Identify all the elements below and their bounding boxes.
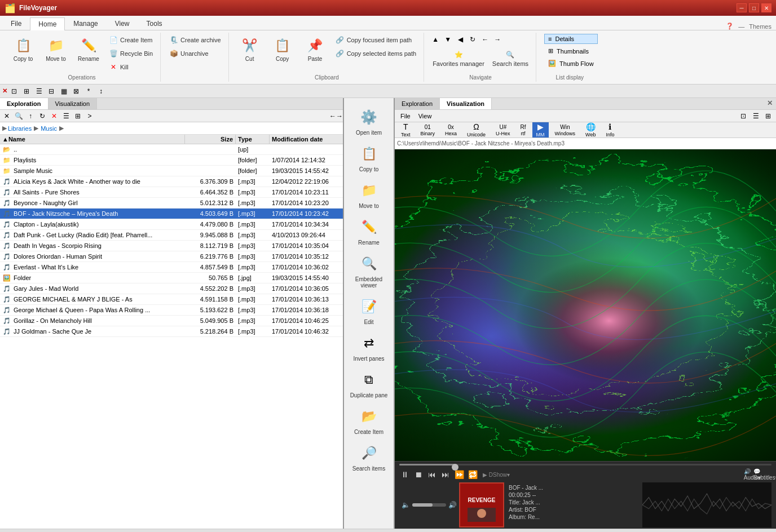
rt-btn1[interactable]: ⊡ — [738, 110, 749, 122]
breadcrumb-music[interactable]: Music — [41, 125, 57, 132]
tb-view1[interactable]: ⊡ — [8, 86, 20, 97]
lp-view1[interactable]: ☰ — [60, 110, 72, 122]
col-header-size[interactable]: Size — [185, 135, 236, 144]
file-row[interactable]: 🎵 George Michael & Queen - Papa Was A Ro… — [0, 305, 343, 316]
file-menu[interactable]: File — [397, 113, 414, 119]
file-row[interactable]: 🎵 Daft Punk - Get Lucky (Radio Edit) [fe… — [0, 230, 343, 241]
help-button[interactable]: ❓ — [726, 23, 734, 30]
rt-btn3[interactable]: ⊞ — [762, 110, 774, 122]
file-row[interactable]: 🎵 ALicia Keys & Jack White - Another way… — [0, 176, 343, 187]
tb-view3[interactable]: ☰ — [33, 86, 45, 97]
file-row[interactable]: 🎵 BOF - Jack Nitzsche – Miryea's Death 4… — [0, 209, 343, 219]
lp-up[interactable]: ↑ — [25, 110, 36, 122]
nav-down-btn[interactable]: ▼ — [442, 34, 453, 45]
tb-view4[interactable]: ⊟ — [46, 86, 57, 97]
unarchive-button[interactable]: 📦 Unarchive — [166, 47, 224, 60]
lp-delete[interactable]: ✕ — [48, 110, 60, 122]
maximize-button[interactable]: □ — [749, 3, 759, 12]
col-header-date[interactable]: Modification date — [270, 135, 343, 144]
view-uhex[interactable]: U# U-Hex — [492, 122, 514, 138]
view-info[interactable]: ℹ Info — [602, 122, 618, 138]
file-row[interactable]: 🖼️ Folder 50.765 B [.jpg] 19/03/2015 14:… — [0, 273, 343, 283]
lp-search[interactable]: 🔍 — [13, 110, 24, 122]
progress-thumb[interactable] — [452, 464, 458, 471]
close-button[interactable]: ✕ — [761, 3, 771, 12]
view-windows[interactable]: Win Windows — [551, 122, 580, 138]
mid-open-item[interactable]: ⚙️ Open item — [347, 104, 390, 138]
player-prev[interactable]: ⏮ — [426, 469, 438, 480]
toolbar-close-btn[interactable]: ✕ — [2, 87, 7, 95]
mid-duplicate-pane[interactable]: ⧉ Duplicate pane — [347, 366, 390, 401]
player-next[interactable]: ⏭ — [440, 469, 451, 480]
col-header-type[interactable]: Type — [236, 135, 270, 144]
file-row[interactable]: 🎵 Dolores Oriordan - Human Spirit 6.219.… — [0, 251, 343, 262]
mid-edit[interactable]: 📝 Edit — [347, 293, 390, 327]
left-tab-exploration[interactable]: Exploration — [0, 98, 48, 109]
subtitles-btn[interactable]: 💬 Subtitles▾ — [760, 469, 771, 480]
mid-search-items[interactable]: 🔎 Search items — [347, 440, 390, 474]
recycle-bin-button[interactable]: 🗑️ Recycle Bin — [106, 47, 156, 60]
nav-back-btn[interactable]: ← — [479, 34, 491, 45]
lp-refresh[interactable]: ↻ — [37, 110, 48, 122]
copy-to-button[interactable]: 📋 Copy to — [8, 34, 38, 65]
nav-up-btn[interactable]: ▲ — [430, 34, 441, 45]
search-items-button[interactable]: 🔍 Search items — [490, 48, 531, 69]
file-row[interactable]: 🎵 Clapton - Layla(akustik) 4.479.080 B [… — [0, 219, 343, 230]
lp-nav-arrows[interactable]: ←→ — [330, 110, 342, 122]
file-row[interactable]: 🎵 Everlast - What It's Like 4.857.549 B … — [0, 262, 343, 273]
file-row[interactable]: 🎵 GEORGE MICHAEL & MARY J BLIGE - As 4.5… — [0, 294, 343, 305]
lp-cmd[interactable]: > — [84, 110, 95, 122]
view-binary[interactable]: 01 Binary — [417, 122, 439, 138]
file-row[interactable]: 📂 .. [up] — [0, 144, 343, 155]
view-web[interactable]: 🌐 Web — [581, 122, 599, 138]
view-rtf[interactable]: Rf rtf — [517, 122, 530, 138]
favorites-manager-button[interactable]: ⭐ Favorites manager — [430, 48, 487, 69]
paste-button[interactable]: 📌 Paste — [300, 34, 330, 65]
nav-refresh-btn[interactable]: ↻ — [467, 34, 478, 45]
tb-view2[interactable]: ⊞ — [21, 86, 32, 97]
breadcrumb-libraries[interactable]: Libraries — [8, 125, 32, 132]
create-item-button[interactable]: 📄 Create Item — [106, 34, 156, 46]
file-row[interactable]: 📁 Playlists [folder] 1/07/2014 12:14:32 — [0, 155, 343, 166]
file-row[interactable]: 🎵 Beyonce - Naughty Girl 5.012.312 B [.m… — [0, 198, 343, 209]
copy-button[interactable]: 📋 Copy — [267, 34, 298, 65]
file-row[interactable]: 🎵 Gary Jules - Mad World 4.552.202 B [.m… — [0, 283, 343, 294]
nav-left-btn[interactable]: ◀ — [455, 34, 466, 45]
player-ffwd[interactable]: ⏩ — [453, 469, 465, 480]
kill-button[interactable]: ✕ Kill — [106, 61, 156, 73]
mid-move-to[interactable]: 📁 Move to — [347, 177, 390, 211]
tab-tools[interactable]: Tools — [138, 17, 171, 30]
view-hexa[interactable]: 0x Hexa — [441, 122, 461, 138]
left-tab-visualization[interactable]: Visualization — [48, 98, 98, 109]
lp-view2[interactable]: ⊞ — [72, 110, 83, 122]
right-pane-close[interactable]: ✕ — [764, 98, 776, 109]
player-pause[interactable]: ⏸ — [399, 469, 411, 480]
details-view-button[interactable]: ≡ Details — [544, 34, 598, 44]
volume-slider[interactable] — [412, 503, 446, 507]
file-row[interactable]: 🎵 Death In Vegas - Scorpio Rising 8.112.… — [0, 241, 343, 251]
tab-home[interactable]: Home — [30, 17, 65, 30]
themes-label[interactable]: Themes — [749, 23, 771, 30]
right-tab-exploration[interactable]: Exploration — [395, 98, 440, 109]
view-mm[interactable]: ▶ MM — [532, 122, 549, 138]
file-row[interactable]: 📁 Sample Music [folder] 19/03/2015 14:55… — [0, 166, 343, 176]
tb-view5[interactable]: ▦ — [58, 86, 69, 97]
rename-button[interactable]: ✏️ Rename — [73, 34, 104, 65]
tab-file[interactable]: File — [2, 17, 30, 30]
thumbnails-view-button[interactable]: ⊞ Thumbnails — [544, 46, 598, 56]
file-row[interactable]: 🎵 All Saints - Pure Shores 6.464.352 B [… — [0, 187, 343, 198]
ribbon-toggle[interactable]: — — [738, 23, 744, 30]
right-tab-visualization[interactable]: Visualization — [440, 98, 492, 109]
copy-focused-path-button[interactable]: 🔗 Copy focused item path — [333, 34, 420, 46]
player-loop[interactable]: 🔁 — [467, 469, 478, 480]
view-unicode[interactable]: Ω Unicode — [463, 122, 490, 138]
nav-fwd-btn[interactable]: → — [492, 34, 503, 45]
view-text[interactable]: T Text — [397, 122, 415, 138]
mid-rename[interactable]: ✏️ Rename — [347, 214, 390, 248]
move-to-button[interactable]: 📁 Move to — [41, 34, 71, 65]
col-header-name[interactable]: ▲ Name — [0, 135, 185, 144]
mid-invert-panes[interactable]: ⇄ Invert panes — [347, 330, 390, 364]
mid-create-item[interactable]: 📂 Create Item — [347, 403, 390, 437]
lp-back[interactable]: ✕ — [1, 110, 12, 122]
player-progress-bar[interactable] — [399, 464, 771, 466]
